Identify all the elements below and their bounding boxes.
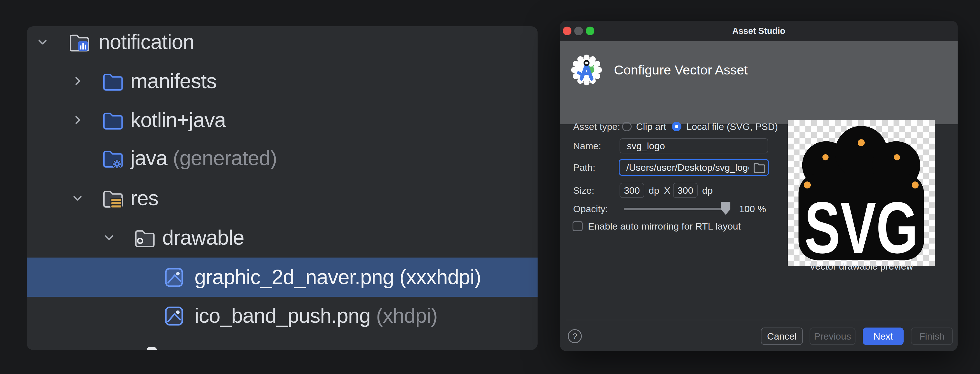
size-x-separator: X bbox=[664, 185, 670, 196]
android-studio-logo-icon bbox=[570, 54, 603, 86]
tree-item-label: ico_band_push.png bbox=[194, 304, 371, 327]
tree-item-label: res bbox=[130, 186, 158, 210]
tree-row-manifests[interactable]: manifests bbox=[27, 62, 538, 101]
rtl-mirroring-checkbox[interactable] bbox=[573, 221, 582, 231]
dialog-title: Configure Vector Asset bbox=[614, 41, 748, 99]
tree-item-label: notification bbox=[99, 30, 194, 54]
tree-item-suffix: (generated) bbox=[173, 146, 277, 170]
preview-caption: Vector drawable preview bbox=[788, 261, 935, 272]
size-unit-dp-1: dp bbox=[649, 185, 659, 196]
tree-row-graphic-2d-naver[interactable]: graphic_2d_naver.png(xxxhdpi) bbox=[27, 258, 538, 297]
generated-folder-icon bbox=[101, 147, 123, 169]
drawable-folder-icon bbox=[133, 226, 155, 249]
size-label: Size: bbox=[573, 185, 594, 196]
project-tree-panel: notification manifests kotlin+java bbox=[27, 26, 538, 350]
resources-folder-icon bbox=[101, 187, 123, 209]
chevron-down-icon[interactable] bbox=[103, 231, 115, 244]
size-height-input[interactable] bbox=[673, 183, 698, 198]
folder-blue-icon bbox=[101, 70, 123, 92]
footer-divider bbox=[566, 320, 952, 320]
previous-button[interactable]: Previous bbox=[810, 328, 856, 345]
tree-row-drawable[interactable]: drawable bbox=[27, 218, 538, 257]
next-button[interactable]: Next bbox=[863, 328, 904, 345]
cancel-button[interactable]: Cancel bbox=[761, 328, 803, 345]
opacity-slider-track[interactable] bbox=[624, 208, 721, 210]
asset-studio-dialog: Asset Studio bbox=[560, 21, 958, 351]
chevron-down-icon[interactable] bbox=[72, 192, 84, 204]
help-button[interactable]: ? bbox=[568, 329, 582, 343]
tree-item-label: java bbox=[130, 146, 167, 170]
path-input[interactable] bbox=[619, 159, 769, 176]
clipped-tree-icon bbox=[146, 347, 157, 350]
tree-item-suffix: (xxxhdpi) bbox=[399, 266, 481, 289]
chevron-right-icon[interactable] bbox=[72, 75, 84, 88]
tree-item-label: drawable bbox=[162, 226, 244, 249]
rtl-mirroring-label[interactable]: Enable auto mirroring for RTL layout bbox=[588, 221, 741, 232]
asset-type-label: Asset type: bbox=[573, 121, 620, 132]
dialog-header: Configure Vector Asset bbox=[560, 41, 958, 124]
window-title: Asset Studio bbox=[560, 21, 958, 41]
size-width-input[interactable] bbox=[620, 183, 644, 198]
tree-item-label: manifests bbox=[130, 69, 216, 93]
svg-text:SVG: SVG bbox=[804, 187, 918, 266]
opacity-label: Opacity: bbox=[573, 204, 608, 215]
tree-item-suffix: (xhdpi) bbox=[376, 304, 438, 327]
finish-button[interactable]: Finish bbox=[911, 328, 953, 345]
zoom-window-button[interactable] bbox=[586, 27, 594, 35]
clip-art-radio-label[interactable]: Clip art bbox=[636, 121, 666, 132]
opacity-value: 100 % bbox=[739, 204, 766, 215]
image-file-icon bbox=[164, 306, 185, 326]
vector-preview-canvas: SVG bbox=[788, 120, 935, 266]
image-file-icon bbox=[164, 267, 185, 288]
tree-item-label: kotlin+java bbox=[130, 108, 226, 132]
tree-row-ico-band-push[interactable]: ico_band_push.png(xhdpi) bbox=[27, 296, 538, 335]
tree-row-notification[interactable]: notification bbox=[27, 26, 538, 62]
folder-blue-icon bbox=[101, 109, 123, 131]
browse-folder-icon[interactable] bbox=[752, 161, 765, 174]
chevron-down-icon[interactable] bbox=[37, 36, 49, 48]
module-folder-icon bbox=[67, 31, 89, 53]
name-input[interactable] bbox=[620, 138, 768, 153]
tree-item-label: graphic_2d_naver.png bbox=[194, 266, 394, 289]
tree-row-java-generated[interactable]: java(generated) bbox=[27, 138, 538, 178]
tree-row-res[interactable]: res bbox=[27, 178, 538, 218]
local-file-radio-label[interactable]: Local file (SVG, PSD) bbox=[686, 121, 778, 132]
size-unit-dp-2: dp bbox=[702, 185, 713, 196]
tree-row-kotlin-java[interactable]: kotlin+java bbox=[27, 100, 538, 140]
local-file-radio[interactable] bbox=[672, 122, 681, 131]
name-label: Name: bbox=[573, 140, 601, 151]
clip-art-radio[interactable] bbox=[622, 122, 632, 131]
path-label: Path: bbox=[573, 162, 595, 173]
close-window-button[interactable] bbox=[563, 27, 571, 35]
chevron-right-icon[interactable] bbox=[72, 114, 84, 126]
svg-logo-preview: SVG bbox=[788, 120, 935, 266]
opacity-slider-thumb[interactable] bbox=[721, 202, 730, 215]
minimize-window-button[interactable] bbox=[574, 27, 583, 35]
window-titlebar: Asset Studio bbox=[560, 21, 958, 41]
